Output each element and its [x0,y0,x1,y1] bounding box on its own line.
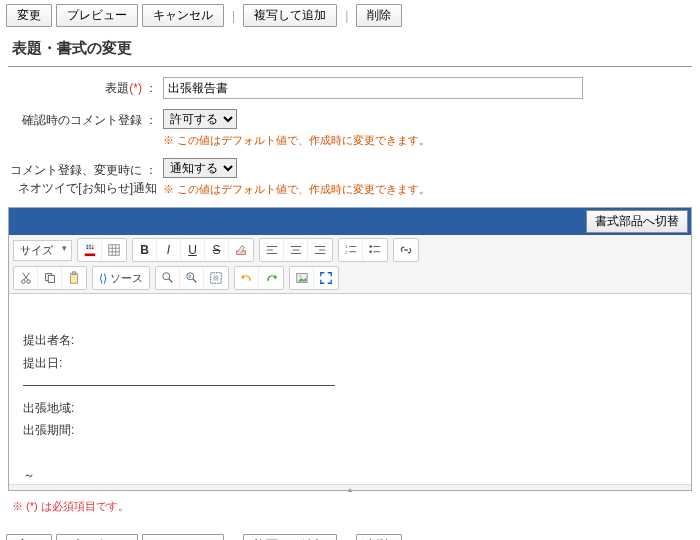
svg-rect-3 [91,245,93,247]
editor: 書式部品へ切替 サイズ B I U S [8,207,692,491]
svg-rect-6 [91,247,93,249]
svg-rect-37 [72,272,76,275]
copy-icon[interactable] [38,267,62,289]
editor-body[interactable]: 提出者名: 提出日: —————————————————————————— 出張… [9,294,691,484]
svg-line-39 [168,279,172,283]
resize-handle[interactable]: ▴ [9,484,691,490]
underline-icon[interactable]: U [181,239,205,261]
svg-rect-4 [86,247,88,249]
comment-reg-label: 確認時のコメント登録： [8,109,163,129]
undo-icon[interactable] [235,267,259,289]
strike-icon[interactable]: S [205,239,229,261]
image-icon[interactable] [290,267,314,289]
table-icon[interactable] [102,239,126,261]
svg-rect-0 [84,254,95,257]
bold-icon[interactable]: B [133,239,157,261]
svg-point-26 [369,245,372,248]
cancel-button[interactable]: キャンセル [142,534,224,540]
preview-button[interactable]: プレビュー [56,4,138,27]
change-button[interactable]: 変更 [6,534,52,540]
align-right-icon[interactable] [308,239,332,261]
comment-change-label: コメント登録、変更時に： ネオツイで[お知らせ]通知 [8,158,163,197]
comment-change-row: コメント登録、変更時に： ネオツイで[お知らせ]通知 通知する ※ この値はデフ… [8,158,692,197]
top-toolbar: 変更 プレビュー キャンセル | 複写して追加 | 削除 [0,0,700,31]
comment-change-select[interactable]: 通知する [163,158,237,178]
title-label: 表題(*)： [8,77,163,97]
link-icon[interactable] [394,239,418,261]
switch-format-button[interactable]: 書式部品へ切替 [586,210,688,233]
title-input[interactable] [163,77,583,99]
text-color-icon[interactable] [78,239,102,261]
svg-point-27 [369,250,372,253]
comment-reg-hint: ※ この値はデフォルト値で、作成時に変更できます。 [163,133,692,148]
duplicate-add-button[interactable]: 複写して追加 [243,4,337,27]
font-size-select[interactable]: サイズ [13,240,72,261]
title-row: 表題(*)： [8,77,692,99]
source-icon[interactable]: ⟨⟩ソース [93,267,149,289]
svg-line-41 [192,279,196,283]
align-left-icon[interactable] [260,239,284,261]
svg-point-30 [21,280,25,284]
cancel-button[interactable]: キャンセル [142,4,224,27]
change-button[interactable]: 変更 [6,4,52,27]
cut-icon[interactable] [14,267,38,289]
unordered-list-icon[interactable] [363,239,387,261]
svg-rect-5 [89,247,91,249]
svg-rect-44 [213,275,218,280]
comment-reg-select[interactable]: 許可する [163,109,237,129]
svg-text:1: 1 [344,244,347,249]
svg-point-31 [26,280,30,284]
align-center-icon[interactable] [284,239,308,261]
bottom-toolbar: 変更 プレビュー キャンセル | 複写して追加 | 削除 [0,530,700,540]
replace-icon[interactable]: b [180,267,204,289]
svg-rect-7 [109,245,120,256]
svg-rect-35 [48,275,54,282]
svg-rect-1 [86,245,88,247]
separator: | [232,9,235,23]
ordered-list-icon[interactable]: 12 [339,239,363,261]
svg-text:2: 2 [344,250,347,255]
select-all-icon[interactable] [204,267,228,289]
svg-rect-36 [71,274,78,284]
preview-button[interactable]: プレビュー [56,534,138,540]
redo-icon[interactable] [259,267,283,289]
delete-button[interactable]: 削除 [356,4,402,27]
delete-button[interactable]: 削除 [356,534,402,540]
editor-topbar: 書式部品へ切替 [9,208,691,235]
duplicate-add-button[interactable]: 複写して追加 [243,534,337,540]
svg-rect-2 [89,245,91,247]
svg-point-46 [298,275,301,278]
find-icon[interactable] [156,267,180,289]
editor-toolbar: サイズ B I U S [9,235,691,294]
clear-format-icon[interactable] [229,239,253,261]
paste-icon[interactable] [62,267,86,289]
svg-text:b: b [188,273,191,279]
comment-reg-row: 確認時のコメント登録： 許可する ※ この値はデフォルト値で、作成時に変更できま… [8,109,692,148]
separator: | [345,9,348,23]
page-title: 表題・書式の変更 [8,31,692,67]
italic-icon[interactable]: I [157,239,181,261]
comment-change-hint: ※ この値はデフォルト値で、作成時に変更できます。 [163,182,692,197]
required-note: ※ (*) は必須項目です。 [8,491,692,522]
maximize-icon[interactable] [314,267,338,289]
svg-point-38 [162,273,169,280]
